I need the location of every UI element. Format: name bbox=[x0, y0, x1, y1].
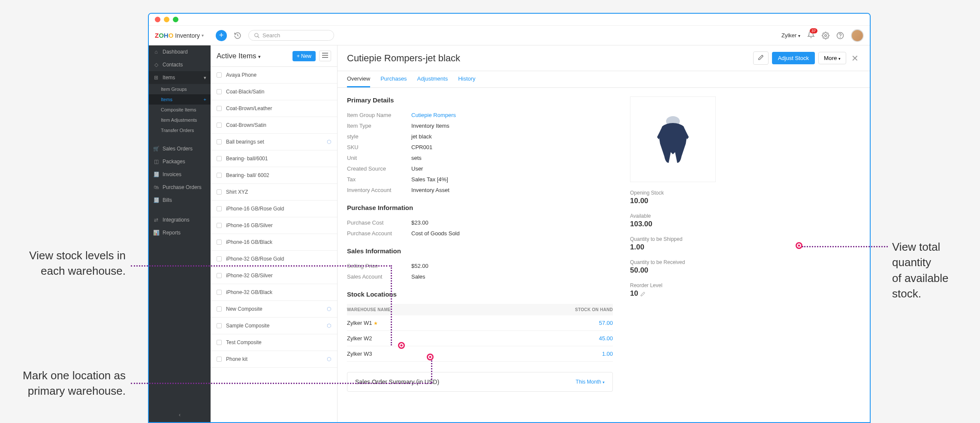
kv-row: Created SourceUser bbox=[347, 163, 613, 174]
sidebar-item-contacts[interactable]: ◇Contacts bbox=[149, 58, 211, 71]
list-item[interactable]: Shirt XYZ bbox=[211, 184, 337, 201]
item-image bbox=[630, 96, 716, 182]
sidebar-item-item-adjustments[interactable]: Item Adjustments bbox=[149, 115, 211, 125]
kv-row: Unitsets bbox=[347, 153, 613, 163]
titlebar bbox=[149, 14, 870, 26]
new-item-button[interactable]: + New bbox=[292, 51, 316, 61]
list-item[interactable]: Avaya Phone bbox=[211, 67, 337, 84]
checkbox[interactable] bbox=[217, 173, 222, 178]
checkbox[interactable] bbox=[217, 223, 222, 228]
list-item[interactable]: Sample Composite⬡ bbox=[211, 318, 337, 334]
stock-row[interactable]: Zylker W31.00 bbox=[347, 346, 613, 362]
close-button[interactable]: ✕ bbox=[850, 53, 860, 63]
list-item[interactable]: iPhone-32 GB/Black bbox=[211, 284, 337, 301]
global-add-button[interactable]: + bbox=[216, 30, 227, 41]
settings-icon[interactable] bbox=[822, 32, 829, 39]
kv-row: Item TypeInventory Items bbox=[347, 120, 613, 131]
sidebar-item-sales-orders[interactable]: 🛒Sales Orders bbox=[149, 142, 211, 155]
checkbox[interactable] bbox=[217, 357, 222, 362]
sidebar-item-integrations[interactable]: ⇄Integrations bbox=[149, 213, 211, 226]
kv-row: stylejet black bbox=[347, 131, 613, 142]
checkbox[interactable] bbox=[217, 106, 222, 111]
checkbox[interactable] bbox=[217, 340, 222, 345]
checkbox[interactable] bbox=[217, 189, 222, 195]
help-icon[interactable] bbox=[836, 32, 844, 39]
list-item[interactable]: Phone kit⬡ bbox=[211, 351, 337, 368]
checkbox[interactable] bbox=[217, 290, 222, 295]
list-title[interactable]: Active Items ▾ bbox=[217, 52, 261, 60]
search-placeholder: Search bbox=[262, 32, 280, 39]
avatar[interactable] bbox=[851, 29, 864, 42]
list-item[interactable]: Coat-Brown/Satin bbox=[211, 117, 337, 134]
metric-opening-stock: Opening Stock10.00 bbox=[630, 190, 750, 205]
metric-quantity-to-be-received: Quantity to be Received50.00 bbox=[630, 259, 750, 275]
kv-row: Inventory AccountInventory Asset bbox=[347, 185, 613, 195]
checkbox[interactable] bbox=[217, 89, 222, 94]
checkbox[interactable] bbox=[217, 306, 222, 312]
summary-filter[interactable]: This Month ▾ bbox=[576, 379, 605, 385]
checkbox[interactable] bbox=[217, 240, 222, 245]
list-item[interactable]: Coat-Brown/Leather bbox=[211, 100, 337, 117]
brand[interactable]: ZOHO Inventory ▾ bbox=[155, 32, 211, 39]
window-minimize[interactable] bbox=[164, 17, 169, 22]
checkbox[interactable] bbox=[217, 323, 222, 328]
kv-row: Purchase Cost$23.00 bbox=[347, 217, 613, 228]
more-button[interactable]: More ▾ bbox=[818, 52, 846, 64]
window-maximize[interactable] bbox=[173, 17, 178, 22]
svg-point-0 bbox=[255, 33, 258, 36]
stock-row[interactable]: Zylker W1 ★57.00 bbox=[347, 315, 613, 331]
metric-available: Available103.00 bbox=[630, 213, 750, 228]
list-item[interactable]: Test Composite bbox=[211, 334, 337, 351]
edit-button[interactable] bbox=[753, 51, 769, 65]
pencil-icon bbox=[758, 54, 764, 60]
marker-available bbox=[796, 242, 802, 249]
sidebar-item-transfer-orders[interactable]: Transfer Orders bbox=[149, 125, 211, 135]
checkbox[interactable] bbox=[217, 256, 222, 261]
tab-overview[interactable]: Overview bbox=[347, 71, 370, 87]
sidebar-item-purchase-orders[interactable]: 🛍Purchase Orders bbox=[149, 181, 211, 194]
checkbox[interactable] bbox=[217, 139, 222, 144]
sidebar-item-packages[interactable]: ◫Packages bbox=[149, 155, 211, 168]
svg-point-2 bbox=[825, 34, 827, 36]
list-item[interactable]: iPhone-16 GB/Rose Gold bbox=[211, 201, 337, 217]
window-close[interactable] bbox=[155, 17, 160, 22]
list-item[interactable]: Bearing- ball/ 6002 bbox=[211, 167, 337, 184]
search-input[interactable]: Search bbox=[248, 30, 334, 41]
sidebar-item-dashboard[interactable]: ⌂Dashboard bbox=[149, 45, 211, 58]
list-item[interactable]: iPhone-16 GB/Silver bbox=[211, 217, 337, 234]
list-menu-button[interactable] bbox=[319, 51, 331, 61]
checkbox[interactable] bbox=[217, 156, 222, 161]
org-switcher[interactable]: Zylker ▾ bbox=[781, 32, 800, 39]
checkbox[interactable] bbox=[217, 206, 222, 211]
list-item[interactable]: Coat-Black/Satin bbox=[211, 84, 337, 100]
sidebar-collapse[interactable]: ‹ bbox=[149, 408, 211, 422]
list-item[interactable]: Bearing- ball/6001 bbox=[211, 150, 337, 167]
checkbox[interactable] bbox=[217, 72, 222, 78]
sidebar: ⌂Dashboard◇Contacts⊞Items▾Item GroupsIte… bbox=[149, 45, 211, 422]
sidebar-item-invoices[interactable]: 🧾Invoices bbox=[149, 168, 211, 181]
sidebar-item-items[interactable]: Items+ bbox=[149, 94, 211, 105]
list-item[interactable]: Ball bearings set⬡ bbox=[211, 134, 337, 150]
list-item[interactable]: New Composite⬡ bbox=[211, 301, 337, 318]
stock-row[interactable]: Zylker W245.00 bbox=[347, 331, 613, 346]
sidebar-item-items[interactable]: ⊞Items▾ bbox=[149, 71, 211, 84]
tab-history[interactable]: History bbox=[458, 71, 475, 87]
sidebar-item-bills[interactable]: 🧾Bills bbox=[149, 194, 211, 207]
checkbox[interactable] bbox=[217, 123, 222, 128]
kv-row: Sales AccountSales bbox=[347, 271, 613, 282]
sidebar-item-item-groups[interactable]: Item Groups bbox=[149, 84, 211, 94]
adjust-stock-button[interactable]: Adjust Stock bbox=[772, 52, 815, 64]
sidebar-item-reports[interactable]: 📊Reports bbox=[149, 226, 211, 239]
metric-reorder-level: Reorder Level10 bbox=[630, 282, 750, 298]
section-stock-locations: Stock Locations bbox=[347, 291, 613, 298]
history-icon[interactable] bbox=[232, 30, 243, 41]
section-purchase-info: Purchase Information bbox=[347, 204, 613, 211]
metric-quantity-to-be-shipped: Quantity to be Shipped1.00 bbox=[630, 236, 750, 252]
list-item[interactable]: iPhone-32 GB/Silver bbox=[211, 267, 337, 284]
checkbox[interactable] bbox=[217, 273, 222, 278]
sidebar-item-composite-items[interactable]: Composite Items bbox=[149, 105, 211, 115]
notifications-button[interactable]: 37 bbox=[807, 31, 815, 40]
tab-purchases[interactable]: Purchases bbox=[380, 71, 407, 87]
list-item[interactable]: iPhone-16 GB/Black bbox=[211, 234, 337, 251]
tab-adjustments[interactable]: Adjustments bbox=[417, 71, 448, 87]
